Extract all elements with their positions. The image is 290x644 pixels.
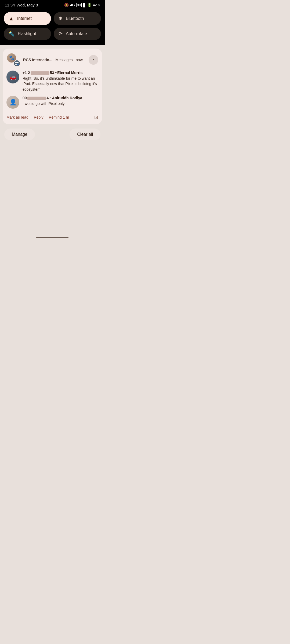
- message-avatar-2: 👤: [6, 96, 19, 109]
- notification-app-name: RCS Internatio...: [23, 58, 52, 62]
- notification-header-left: 🐾 RCS Interna: [6, 53, 83, 67]
- message-content-1: +1 253 ~Eternal Morris Right! So, it's u…: [23, 71, 98, 92]
- sender-prefix-2: 09: [23, 96, 27, 100]
- bottom-actions: Manage Clear all: [3, 127, 102, 143]
- home-bar: [36, 237, 68, 238]
- internet-icon: ▲: [9, 16, 14, 21]
- signal-icon: ▊: [83, 3, 86, 7]
- sender-suffix-1: 53 ~Eternal Morris: [50, 71, 83, 75]
- message-text-2: I would go with Pixel only: [23, 101, 98, 106]
- flashlight-icon: 🔦: [9, 31, 15, 36]
- avatar-stack: 🐾: [6, 53, 20, 67]
- chevron-up-icon: ∧: [92, 58, 95, 62]
- hd-badge: HD: [76, 3, 82, 7]
- message-sender-1: +1 253 ~Eternal Morris: [23, 71, 98, 75]
- notification-expand-button[interactable]: ∧: [89, 55, 98, 65]
- autorotate-tile[interactable]: ⟳ Auto-rotate: [54, 28, 101, 40]
- autorotate-icon: ⟳: [59, 31, 63, 36]
- notification-separator: ·: [53, 58, 56, 62]
- message-content-2: 094 ~Aniruddh Dodiya I would go with Pix…: [23, 96, 98, 109]
- network-type: 4G: [70, 3, 75, 7]
- avatar-small: [13, 60, 20, 67]
- battery-icon: 🔋: [87, 3, 92, 7]
- internet-label: Internet: [17, 16, 32, 21]
- bluetooth-tile[interactable]: ✱ Bluetooth: [54, 12, 101, 25]
- redacted-number-1: [31, 71, 49, 75]
- status-bar: 11:34 Wed, May 8 🔕 4G HD ▊ 🔋 42%: [0, 0, 105, 9]
- redacted-number-2: [27, 97, 46, 100]
- notification-card: 🐾 RCS Interna: [3, 49, 102, 124]
- message-item-1: 🚗 +1 253 ~Eternal Morris Right! So, it's…: [6, 71, 98, 92]
- clear-all-button[interactable]: Clear all: [70, 129, 100, 140]
- notification-time: now: [76, 58, 83, 62]
- battery-percent: 42%: [93, 3, 100, 7]
- notification-panel: 🐾 RCS Interna: [0, 45, 105, 146]
- flashlight-label: Flashlight: [18, 31, 36, 36]
- status-date: Wed, May 8: [17, 3, 38, 7]
- sender-suffix-2: 4 ~Aniruddh Dodiya: [47, 96, 82, 100]
- message-avatar-1: 🚗: [6, 71, 19, 83]
- flashlight-tile[interactable]: 🔦 Flashlight: [4, 28, 51, 40]
- autorotate-label: Auto-rotate: [66, 31, 87, 36]
- manage-button[interactable]: Manage: [4, 129, 35, 140]
- internet-tile[interactable]: ▲ Internet: [4, 12, 51, 25]
- status-time: 11:34: [5, 3, 15, 7]
- quick-settings-panel: ▲ Internet ✱ Bluetooth 🔦 Flashlight ⟳ Au…: [0, 9, 105, 45]
- message-sender-2: 094 ~Aniruddh Dodiya: [23, 96, 98, 100]
- notification-app-info: RCS Internatio... · Messages · now: [23, 58, 83, 62]
- notification-source: Messages: [56, 58, 73, 62]
- expand-icon[interactable]: ⊡: [94, 114, 98, 120]
- remind-button[interactable]: Remind 1 hr: [49, 114, 69, 120]
- empty-space: [0, 146, 105, 232]
- home-indicator-area: [0, 232, 105, 241]
- message-text-1: Right! So, it's unthinkable for me to wa…: [23, 76, 98, 92]
- notification-header: 🐾 RCS Interna: [6, 53, 98, 67]
- status-icons: 🔕 4G HD ▊ 🔋 42%: [64, 3, 100, 7]
- mark-as-read-button[interactable]: Mark as read: [6, 114, 28, 120]
- notification-actions: Mark as read Reply Remind 1 hr ⊡: [6, 112, 98, 120]
- mute-icon: 🔕: [64, 3, 69, 7]
- sender-prefix-1: +1 2: [23, 71, 30, 75]
- reply-button[interactable]: Reply: [34, 114, 44, 120]
- message-item-2: 👤 094 ~Aniruddh Dodiya I would go with P…: [6, 96, 98, 109]
- bluetooth-label: Bluetooth: [66, 16, 84, 21]
- notification-separator2: ·: [74, 58, 76, 62]
- bluetooth-icon: ✱: [59, 16, 63, 21]
